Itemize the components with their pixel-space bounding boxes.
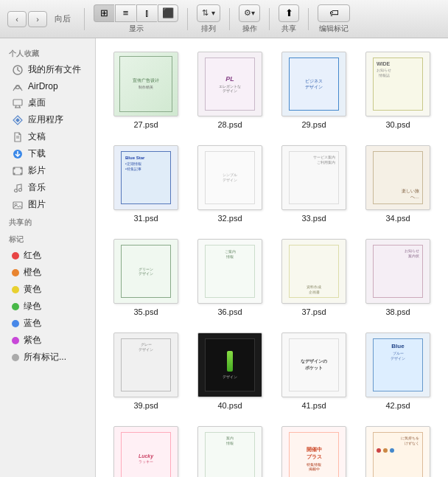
- sidebar-item-docs[interactable]: 文稿: [3, 128, 92, 145]
- edit-tags-button[interactable]: 🏷: [318, 4, 350, 22]
- separator-4: [269, 8, 270, 30]
- sidebar-item-photos-label: 图片: [28, 198, 46, 211]
- main-layout: 个人收藏 我的所有文件 AirDrop 桌面 应用程序: [0, 38, 448, 477]
- file-name-32: 32.psd: [217, 214, 242, 223]
- file-item-40[interactable]: デザイン 40.psd: [190, 330, 270, 413]
- display-label: 显示: [129, 24, 144, 34]
- sidebar-item-tag-yellow[interactable]: 黄色: [3, 281, 92, 298]
- file-name-39: 39.psd: [133, 401, 158, 410]
- actions-button[interactable]: ⚙ ▾: [239, 4, 260, 22]
- file-thumb-27: 宣传广告设计 制作精美: [113, 52, 178, 116]
- sidebar-item-photos[interactable]: 图片: [3, 196, 92, 213]
- forward-button[interactable]: ›: [28, 11, 47, 27]
- yellow-tag-dot: [12, 286, 19, 293]
- apps-icon: [12, 114, 24, 126]
- file-item-34[interactable]: 楽しい旅へ… 34.psd: [358, 142, 438, 226]
- file-thumb-46: に気持ちをけずなく: [365, 426, 430, 477]
- separator-5: [308, 8, 309, 30]
- sidebar-item-tag-red-label: 红色: [24, 249, 41, 262]
- sidebar-item-tag-orange-label: 橙色: [24, 266, 41, 279]
- file-item-29[interactable]: ビジネスデザイン 29.psd: [274, 49, 354, 132]
- file-item-37[interactable]: 資料作成企画書 37.psd: [274, 236, 354, 319]
- file-item-42[interactable]: Blue ブルーデザイン 42.psd: [358, 330, 438, 413]
- file-thumb-34: 楽しい旅へ…: [365, 145, 430, 210]
- svg-rect-14: [21, 167, 23, 170]
- file-thumb-41: なデザインのポケット: [281, 332, 346, 397]
- sidebar-item-downloads[interactable]: 下载: [3, 145, 92, 162]
- file-name-34: 34.psd: [385, 214, 410, 223]
- file-thumb-42: Blue ブルーデザイン: [365, 332, 430, 397]
- file-name-31: 31.psd: [133, 214, 158, 223]
- sidebar-item-tag-blue[interactable]: 蓝色: [3, 315, 92, 332]
- file-item-35[interactable]: グリーンデザイン 35.psd: [106, 236, 186, 319]
- file-item-36[interactable]: ご案内情報 36.psd: [190, 236, 270, 319]
- actions-icon: ⚙: [244, 8, 251, 18]
- sort-button[interactable]: ⇅ ▾: [197, 4, 220, 22]
- file-item-38[interactable]: お知らせ案内状 38.psd: [358, 236, 438, 319]
- file-thumb-44: 案内情報: [197, 426, 262, 477]
- file-item-45[interactable]: 開催中プラス 特集情報掲載中 45.psd: [274, 423, 354, 477]
- docs-icon: [12, 131, 24, 143]
- file-item-30[interactable]: WIDE お知らせ情報誌 30.psd: [358, 49, 438, 132]
- svg-rect-4: [13, 100, 22, 105]
- file-browser-content: 宣传广告设计 制作精美 27.psd PL エレガントなデザイン: [96, 38, 448, 477]
- file-item-33[interactable]: サービス案内ご利用案内 33.psd: [274, 142, 354, 226]
- file-thumb-36: ご案内情報: [197, 239, 262, 304]
- sidebar-item-tag-all[interactable]: 所有标记...: [3, 349, 92, 366]
- file-name-35: 35.psd: [133, 307, 158, 316]
- toolbar: ‹ › 向后 ⊞ ≡ ⫿ ⬛ 显示 ⇅ ▾ 排列 ⚙ ▾ 操作 ⬆ 共享: [0, 0, 448, 38]
- sidebar-item-movies[interactable]: 影片: [3, 162, 92, 179]
- view-buttons: ⊞ ≡ ⫿ ⬛: [94, 4, 178, 22]
- svg-line-2: [18, 70, 20, 72]
- sidebar-item-apps-label: 应用程序: [28, 114, 63, 126]
- file-item-46[interactable]: に気持ちをけずなく 46.psd: [358, 423, 438, 477]
- sidebar-item-tag-red[interactable]: 红色: [3, 247, 92, 264]
- file-name-30: 30.psd: [385, 120, 410, 129]
- file-item-32[interactable]: シンプルデザイン 32.psd: [190, 142, 270, 226]
- gallery-view-button[interactable]: ⬛: [158, 4, 178, 22]
- view-group: ⊞ ≡ ⫿ ⬛ 显示: [94, 4, 178, 34]
- back-label: 向后: [55, 13, 71, 24]
- file-item-41[interactable]: なデザインのポケット 41.psd: [274, 330, 354, 413]
- svg-rect-13: [13, 167, 15, 170]
- file-name-38: 38.psd: [385, 307, 410, 316]
- list-view-button[interactable]: ≡: [115, 4, 136, 22]
- file-item-44[interactable]: 案内情報 44.psd: [190, 423, 270, 477]
- tags-section-header: 标记: [0, 230, 95, 247]
- sidebar-item-tag-purple-label: 紫色: [24, 334, 41, 347]
- sidebar-item-all-files[interactable]: 我的所有文件: [3, 61, 92, 78]
- sidebar-item-airdrop[interactable]: AirDrop: [3, 78, 92, 94]
- file-item-27[interactable]: 宣传广告设计 制作精美 27.psd: [106, 49, 186, 132]
- nav-buttons: ‹ ›: [7, 11, 47, 27]
- red-tag-dot: [12, 252, 19, 260]
- personal-section-header: 个人收藏: [0, 44, 95, 61]
- column-view-button[interactable]: ⫿: [136, 4, 157, 22]
- file-thumb-32: シンプルデザイン: [197, 145, 262, 210]
- blue-tag-dot: [12, 320, 19, 327]
- sidebar-item-tag-green[interactable]: 绿色: [3, 298, 92, 315]
- sidebar-item-apps[interactable]: 应用程序: [3, 111, 92, 128]
- file-item-31[interactable]: Blue Star •定期情報•特集記事 31.psd: [106, 142, 186, 226]
- back-button[interactable]: ‹: [7, 11, 27, 27]
- sidebar: 个人收藏 我的所有文件 AirDrop 桌面 应用程序: [0, 38, 96, 477]
- sidebar-item-desktop[interactable]: 桌面: [3, 94, 92, 111]
- file-item-28[interactable]: PL エレガントなデザイン 28.psd: [190, 49, 270, 132]
- purple-tag-dot: [12, 337, 19, 344]
- sidebar-item-docs-label: 文稿: [28, 130, 46, 143]
- sidebar-item-airdrop-label: AirDrop: [28, 81, 58, 91]
- file-item-43[interactable]: Luckyラッキー 43.psd: [106, 423, 186, 477]
- icon-view-button[interactable]: ⊞: [94, 4, 114, 22]
- svg-point-18: [19, 188, 22, 191]
- share-group: ⬆ 共享: [279, 4, 299, 34]
- photos-icon: [12, 199, 24, 211]
- file-thumb-33: サービス案内ご利用案内: [281, 145, 346, 210]
- sidebar-item-tag-orange[interactable]: 橙色: [3, 264, 92, 281]
- file-name-29: 29.psd: [301, 120, 326, 129]
- sidebar-item-tag-purple[interactable]: 紫色: [3, 332, 92, 349]
- green-tag-dot: [12, 303, 19, 310]
- file-name-28: 28.psd: [217, 120, 242, 129]
- share-button[interactable]: ⬆: [279, 4, 299, 22]
- file-item-39[interactable]: グレーデザイン 39.psd: [106, 330, 186, 413]
- sidebar-item-music[interactable]: 音乐: [3, 179, 92, 196]
- downloads-icon: [12, 148, 24, 160]
